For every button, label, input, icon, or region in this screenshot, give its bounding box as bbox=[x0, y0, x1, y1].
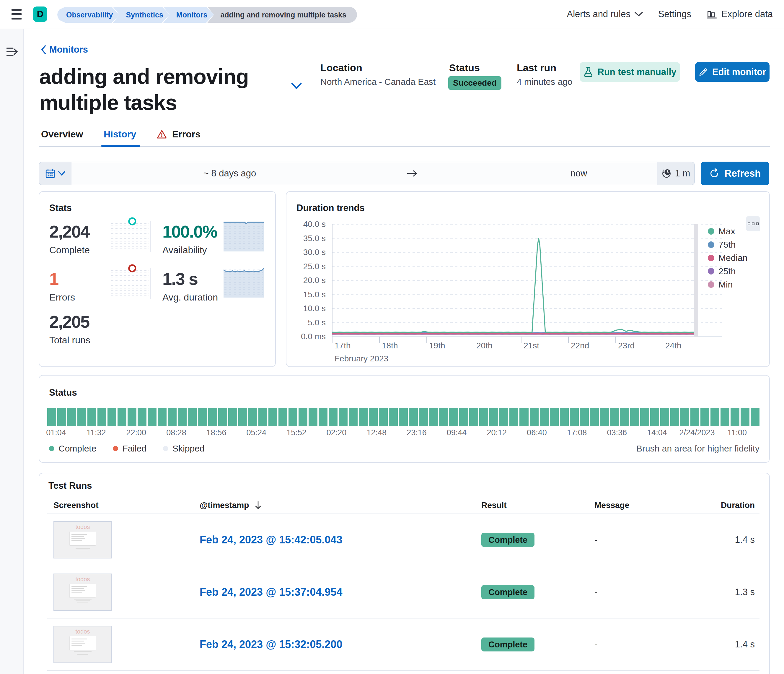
status-heatmap-cell[interactable] bbox=[640, 408, 649, 426]
menu-icon[interactable] bbox=[11, 9, 22, 20]
status-heatmap-cell[interactable] bbox=[570, 408, 579, 426]
status-heatmap-cell[interactable] bbox=[369, 408, 378, 426]
status-heatmap-cell[interactable] bbox=[751, 408, 759, 426]
legend-options-button[interactable] bbox=[746, 216, 760, 231]
status-heatmap-cell[interactable] bbox=[630, 408, 639, 426]
status-heatmap-cell[interactable] bbox=[740, 408, 750, 426]
status-heatmap-cell[interactable] bbox=[439, 408, 448, 426]
col-result[interactable]: Result bbox=[481, 501, 507, 510]
status-heatmap-cell[interactable] bbox=[329, 408, 338, 426]
status-heatmap-cell[interactable] bbox=[610, 408, 619, 426]
status-heatmap-cell[interactable] bbox=[580, 408, 589, 426]
status-heatmap-cell[interactable] bbox=[339, 408, 348, 426]
run-timestamp-link[interactable]: Feb 24, 2023 @ 15:42:05.043 bbox=[200, 534, 342, 546]
status-heatmap-cell[interactable] bbox=[148, 408, 157, 426]
status-heatmap-cell[interactable] bbox=[409, 408, 418, 426]
status-legend-failed[interactable]: Failed bbox=[113, 443, 146, 454]
status-heatmap-cell[interactable] bbox=[550, 408, 559, 426]
status-heatmap-cell[interactable] bbox=[670, 408, 679, 426]
status-heatmap-cell[interactable] bbox=[208, 408, 217, 426]
status-heatmap-cell[interactable] bbox=[309, 408, 317, 426]
status-heatmap-cell[interactable] bbox=[399, 408, 408, 426]
status-heatmap-cell[interactable] bbox=[319, 408, 327, 426]
status-heatmap-cell[interactable] bbox=[87, 408, 96, 426]
status-heatmap-cell[interactable] bbox=[107, 408, 116, 426]
status-heatmap-cell[interactable] bbox=[650, 408, 659, 426]
status-heatmap-cell[interactable] bbox=[429, 408, 438, 426]
alerts-and-rules-menu[interactable]: Alerts and rules bbox=[567, 9, 643, 20]
status-heatmap-cell[interactable] bbox=[711, 408, 719, 426]
status-heatmap-cell[interactable] bbox=[520, 408, 528, 426]
status-heatmap-cell[interactable] bbox=[359, 408, 368, 426]
status-heatmap-cell[interactable] bbox=[720, 408, 730, 426]
legend-item-min[interactable]: Min bbox=[708, 278, 747, 291]
status-heatmap-cell[interactable] bbox=[449, 408, 458, 426]
status-heatmap[interactable] bbox=[47, 408, 759, 426]
deployment-avatar[interactable]: D bbox=[33, 6, 47, 22]
col-duration[interactable]: Duration bbox=[721, 501, 755, 510]
col-message[interactable]: Message bbox=[594, 501, 629, 510]
status-heatmap-cell[interactable] bbox=[278, 408, 287, 426]
status-heatmap-cell[interactable] bbox=[509, 408, 518, 426]
status-heatmap-cell[interactable] bbox=[560, 408, 569, 426]
status-heatmap-cell[interactable] bbox=[138, 408, 146, 426]
col-timestamp[interactable]: @timestamp bbox=[200, 501, 261, 510]
legend-item-75th[interactable]: 75th bbox=[708, 238, 747, 251]
legend-item-25th[interactable]: 25th bbox=[708, 264, 747, 278]
status-heatmap-cell[interactable] bbox=[98, 408, 106, 426]
status-heatmap-cell[interactable] bbox=[128, 408, 137, 426]
status-heatmap-cell[interactable] bbox=[680, 408, 689, 426]
status-heatmap-cell[interactable] bbox=[459, 408, 468, 426]
status-heatmap-cell[interactable] bbox=[731, 408, 739, 426]
run-screenshot-thumbnail[interactable]: todos bbox=[53, 626, 112, 663]
breadcrumb-item-monitors[interactable]: Monitors bbox=[163, 7, 214, 23]
status-heatmap-cell[interactable] bbox=[499, 408, 508, 426]
status-heatmap-cell[interactable] bbox=[178, 408, 187, 426]
status-heatmap-cell[interactable] bbox=[67, 408, 76, 426]
explore-data-link[interactable]: Explore data bbox=[707, 9, 773, 20]
status-heatmap-cell[interactable] bbox=[188, 408, 197, 426]
breadcrumb-item-synthetics[interactable]: Synthetics bbox=[113, 7, 170, 23]
status-heatmap-cell[interactable] bbox=[469, 408, 478, 426]
status-legend-complete[interactable]: Complete bbox=[49, 443, 96, 454]
status-heatmap-cell[interactable] bbox=[349, 408, 358, 426]
status-heatmap-cell[interactable] bbox=[590, 408, 599, 426]
col-screenshot[interactable]: Screenshot bbox=[53, 501, 99, 510]
status-heatmap-cell[interactable] bbox=[77, 408, 86, 426]
status-heatmap-cell[interactable] bbox=[479, 408, 488, 426]
status-heatmap-cell[interactable] bbox=[248, 408, 257, 426]
status-heatmap-cell[interactable] bbox=[268, 408, 277, 426]
status-legend-skipped[interactable]: Skipped bbox=[163, 443, 204, 454]
status-heatmap-cell[interactable] bbox=[158, 408, 166, 426]
status-heatmap-cell[interactable] bbox=[600, 408, 609, 426]
status-heatmap-cell[interactable] bbox=[258, 408, 267, 426]
status-heatmap-cell[interactable] bbox=[218, 408, 227, 426]
run-screenshot-thumbnail[interactable]: todos bbox=[53, 521, 112, 559]
status-heatmap-cell[interactable] bbox=[238, 408, 247, 426]
status-heatmap-cell[interactable] bbox=[118, 408, 126, 426]
status-heatmap-cell[interactable] bbox=[198, 408, 207, 426]
status-heatmap-cell[interactable] bbox=[299, 408, 307, 426]
settings-link[interactable]: Settings bbox=[658, 9, 691, 20]
status-heatmap-cell[interactable] bbox=[700, 408, 709, 426]
status-heatmap-cell[interactable] bbox=[530, 408, 538, 426]
status-heatmap-cell[interactable] bbox=[168, 408, 177, 426]
status-heatmap-cell[interactable] bbox=[47, 408, 56, 426]
legend-item-max[interactable]: Max bbox=[708, 225, 747, 238]
status-heatmap-cell[interactable] bbox=[540, 408, 549, 426]
status-heatmap-cell[interactable] bbox=[57, 408, 66, 426]
status-heatmap-cell[interactable] bbox=[419, 408, 428, 426]
status-heatmap-cell[interactable] bbox=[620, 408, 629, 426]
breadcrumb-item-observability[interactable]: Observability bbox=[57, 7, 119, 23]
legend-item-median[interactable]: Median bbox=[708, 251, 747, 264]
status-heatmap-cell[interactable] bbox=[389, 408, 398, 426]
status-heatmap-cell[interactable] bbox=[288, 408, 297, 426]
status-heatmap-cell[interactable] bbox=[660, 408, 669, 426]
status-heatmap-cell[interactable] bbox=[489, 408, 498, 426]
run-screenshot-thumbnail[interactable]: todos bbox=[53, 574, 112, 611]
status-heatmap-cell[interactable] bbox=[379, 408, 388, 426]
run-timestamp-link[interactable]: Feb 24, 2023 @ 15:37:04.954 bbox=[200, 586, 342, 598]
run-timestamp-link[interactable]: Feb 24, 2023 @ 15:32:05.200 bbox=[200, 638, 342, 651]
status-heatmap-cell[interactable] bbox=[691, 408, 699, 426]
status-heatmap-cell[interactable] bbox=[228, 408, 237, 426]
